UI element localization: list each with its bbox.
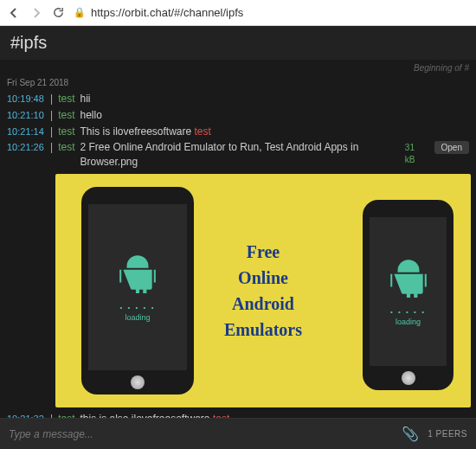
- username: test: [58, 108, 74, 123]
- username: test: [58, 140, 74, 155]
- separator: |: [50, 140, 53, 155]
- home-button-icon: [131, 375, 145, 389]
- separator: |: [50, 108, 53, 123]
- username: test: [58, 92, 74, 106]
- forward-icon[interactable]: [29, 6, 43, 20]
- message-row: 10:21:10| test hello: [7, 107, 469, 124]
- url-text: https://orbit.chat/#/channel/ipfs: [91, 6, 243, 19]
- timestamp: 10:21:14: [7, 125, 45, 138]
- date-separator: Fri Sep 21 2018: [0, 76, 476, 91]
- timestamp: 10:21:26: [7, 141, 45, 154]
- lock-icon: 🔒: [74, 7, 86, 18]
- message-text: This is ilovefreesoftware test: [80, 125, 210, 139]
- message-list: 10:19:48| test hii 10:21:10| test hello …: [0, 91, 476, 446]
- image-attachment[interactable]: • • • • • loading FreeOnlineAndroidEmula…: [55, 174, 471, 407]
- channel-name: #ipfs: [0, 26, 476, 60]
- beginning-marker: Beginning of #: [0, 60, 476, 76]
- phone-mockup: • • • • • loading: [81, 187, 194, 394]
- timestamp: 10:19:48: [7, 93, 45, 106]
- message-input[interactable]: [9, 428, 393, 440]
- separator: |: [50, 92, 53, 106]
- separator: |: [50, 125, 53, 139]
- reload-icon[interactable]: [52, 6, 65, 19]
- attach-icon[interactable]: 📎: [402, 426, 419, 442]
- message-row: 10:21:26| test 2 Free Online Android Emu…: [7, 139, 469, 170]
- file-name[interactable]: 2 Free Online Android Emulator to Run, T…: [80, 140, 394, 170]
- compose-bar: 📎 1 PEERS: [0, 418, 476, 449]
- message-row: 10:21:14| test This is ilovefreesoftware…: [7, 124, 469, 140]
- address-bar[interactable]: 🔒 https://orbit.chat/#/channel/ipfs: [74, 6, 469, 19]
- timestamp: 10:21:10: [7, 109, 45, 122]
- message-text: hello: [80, 108, 101, 123]
- android-icon: [116, 252, 159, 295]
- peers-count: 1 PEERS: [428, 429, 467, 439]
- message-row: 10:19:48| test hii: [7, 91, 469, 107]
- android-icon: [387, 256, 430, 299]
- preview-title: FreeOnlineAndroidEmulators: [224, 239, 302, 343]
- file-size: 31 kB: [405, 142, 426, 166]
- username: test: [58, 125, 74, 139]
- message-text: hii: [80, 92, 90, 106]
- phone-mockup: • • • • • loading: [363, 200, 453, 390]
- open-button[interactable]: Open: [434, 141, 469, 154]
- back-icon[interactable]: [7, 6, 21, 20]
- home-button-icon: [402, 371, 415, 385]
- browser-toolbar: 🔒 https://orbit.chat/#/channel/ipfs: [0, 0, 476, 26]
